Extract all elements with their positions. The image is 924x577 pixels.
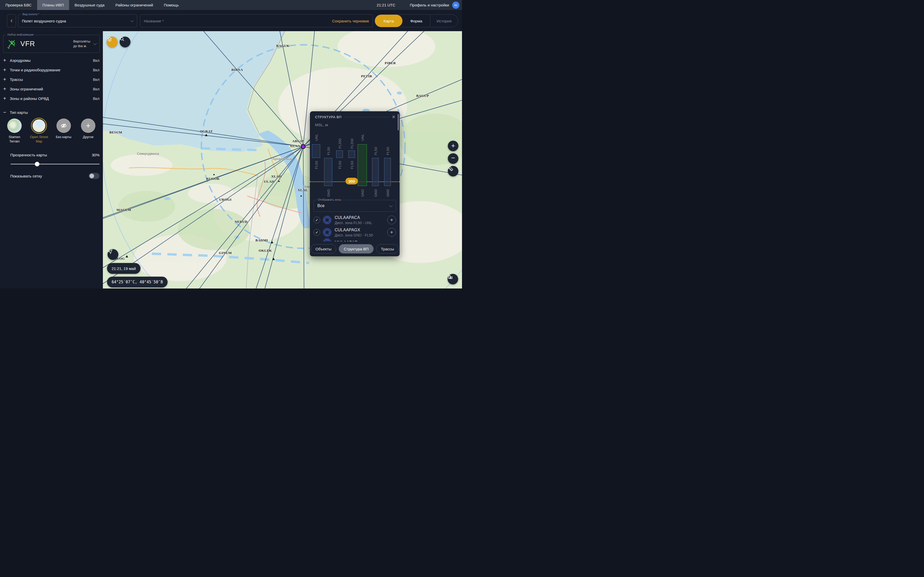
zoom-in-button[interactable]: + <box>448 141 459 151</box>
layer-state[interactable]: Вкл <box>93 96 100 101</box>
plus-icon: + <box>3 57 10 63</box>
divider <box>344 117 389 117</box>
helicopter-icon <box>6 38 18 50</box>
map-type-other[interactable]: + Другое <box>77 118 100 144</box>
tab-help[interactable]: Помощь <box>158 0 184 10</box>
plus-icon: + <box>3 86 10 92</box>
zoom-out-button[interactable]: − <box>448 153 459 164</box>
transparency-slider[interactable] <box>11 164 100 164</box>
info-set-name: VFR <box>20 40 73 48</box>
waypoint-marker <box>126 255 128 258</box>
bar-chart-icon <box>447 274 453 279</box>
panel-title: СТРУКТУРА ВП <box>315 115 342 119</box>
view-tab-history[interactable]: История <box>430 15 458 27</box>
flight-type-value: Полет воздушного судна <box>22 19 131 23</box>
view-switcher: Карта Форма История <box>375 15 458 27</box>
airspace-bar <box>358 144 367 186</box>
layer-state[interactable]: Вкл <box>93 87 100 91</box>
waypoint-marker <box>272 258 275 260</box>
transparency-value: 30% <box>92 153 100 157</box>
layers-button[interactable] <box>107 37 118 47</box>
layer-state[interactable]: Вкл <box>93 68 100 72</box>
map-type-none[interactable]: Без карты <box>52 118 75 144</box>
layer-state[interactable]: Вкл <box>93 58 100 63</box>
aircraft-filter-value: Вертолётыдо tba м. <box>73 39 90 48</box>
airspace-bar <box>336 150 343 158</box>
layer-row-restriction-zones[interactable]: + Зоны ограниченийВкл <box>3 85 100 93</box>
map-type-section-header[interactable]: − Тип карты <box>3 108 100 116</box>
zone-add-button[interactable]: + <box>387 216 396 224</box>
plan-toolbar: ‹ Вид полета * Полет воздушного судна Со… <box>0 10 462 31</box>
panel-tab-routes[interactable]: Трассы <box>376 244 399 253</box>
profile-settings-link[interactable]: Профиль и настройки <box>410 0 449 10</box>
city-label: Архангельск <box>273 157 292 161</box>
map-type-osm[interactable]: Open Street Map <box>27 118 50 144</box>
grid-toggle[interactable] <box>89 173 100 179</box>
waypoint-label: ULAH <box>264 179 275 184</box>
layer-row-routes[interactable]: + ТрассыВкл <box>3 76 100 83</box>
tab-bvs-check[interactable]: Проверка БВС <box>0 0 37 10</box>
transparency-label: Прозрачность карты <box>10 153 47 157</box>
map-datetime-badge: 21:21, 19 май <box>107 263 141 274</box>
layer-row-orvd-zones[interactable]: + Зоны и районы ОРВДВкл <box>3 95 100 102</box>
waypoint-label: BESUM <box>109 131 122 134</box>
layer-row-points-radio[interactable]: + Точки и радиооборудованиеВкл <box>3 66 100 74</box>
map-search-button[interactable] <box>120 37 131 47</box>
reference-line <box>310 181 400 182</box>
locate-button[interactable] <box>108 249 118 260</box>
tab-aircraft[interactable]: Воздушные суда <box>69 0 110 10</box>
zone-add-button[interactable]: + <box>387 228 396 237</box>
measure-button[interactable] <box>448 166 459 176</box>
zones-filter-label: Отображать зоны <box>317 198 342 201</box>
plus-icon: + <box>3 67 10 73</box>
zone-radial-icon <box>323 216 331 224</box>
layer-state[interactable]: Вкл <box>93 77 100 82</box>
plus-icon: + <box>3 76 10 82</box>
waypoint-label: XLAA <box>290 144 300 148</box>
chevron-down-icon <box>131 19 134 22</box>
zones-filter-select[interactable]: Отображать зоны Все <box>313 200 396 212</box>
waypoint-marker <box>213 174 215 176</box>
info-set-select[interactable]: Набор информации VFR Вертолётыдо tba м. <box>3 35 100 53</box>
msl-axis-label: MSL, м <box>315 122 328 127</box>
close-icon[interactable]: ✕ <box>392 115 396 119</box>
map-coordinates-badge: 64°25′07″С, 40°45′50″В <box>107 277 168 287</box>
grid-row: Показывать сетку <box>10 173 100 179</box>
layer-row-aerodromes[interactable]: + АэродромыВкл <box>3 56 100 64</box>
save-draft-button[interactable]: Сохранить черновик <box>332 19 369 23</box>
zone-checkbox[interactable]: ✓ <box>313 229 320 236</box>
view-tab-map[interactable]: Карта <box>375 15 402 27</box>
waypoint-marker <box>205 134 208 136</box>
view-tab-form[interactable]: Форма <box>402 15 430 27</box>
bar-top-label: FL200 <box>350 137 354 150</box>
waypoint-label: OKLEK <box>258 248 272 253</box>
bar-bottom-label: GND <box>326 187 331 199</box>
airspace-bar <box>372 158 379 186</box>
slider-thumb[interactable] <box>35 162 39 166</box>
panel-tab-objects[interactable]: Объекты <box>311 244 336 253</box>
bar-bottom-label: GND <box>373 187 378 199</box>
airspace-bar <box>324 158 332 186</box>
avatar[interactable]: пс <box>452 2 459 9</box>
flight-type-select[interactable]: Вид полета * Полет воздушного судна <box>18 15 137 27</box>
plan-name-input[interactable] <box>144 19 329 23</box>
top-navigation: Проверка БВС Планы ИВП Воздушные суда Ра… <box>0 0 462 10</box>
back-button[interactable]: ‹ <box>7 15 16 27</box>
airspace-bar <box>348 150 355 158</box>
map-canvas[interactable]: BAGUKBIBNAPIBERPETIRBAGUPBESUMOGRATARGIP… <box>103 31 462 288</box>
waypoint-label: UROGI <box>219 198 231 202</box>
map-type-stamen[interactable]: Stamen Terrain <box>3 118 26 144</box>
plus-icon: + <box>3 95 10 102</box>
tab-ivp-plans[interactable]: Планы ИВП <box>37 0 69 10</box>
panel-tab-structure[interactable]: Структура ВП <box>339 244 373 253</box>
waypoint-label: BIBNA <box>231 68 243 72</box>
statistics-button[interactable] <box>447 274 458 284</box>
panel-scrollbar[interactable] <box>398 114 399 131</box>
bar-bottom-label: FL50 <box>350 159 354 171</box>
ruler-icon <box>448 166 454 172</box>
zone-checkbox[interactable]: ✓ <box>313 217 320 223</box>
osm-thumbnail <box>32 118 46 133</box>
airspace-bar <box>312 144 320 158</box>
tab-restriction-areas[interactable]: Районы ограничений <box>110 0 158 10</box>
utc-clock: 21:21 UTC <box>377 0 396 10</box>
